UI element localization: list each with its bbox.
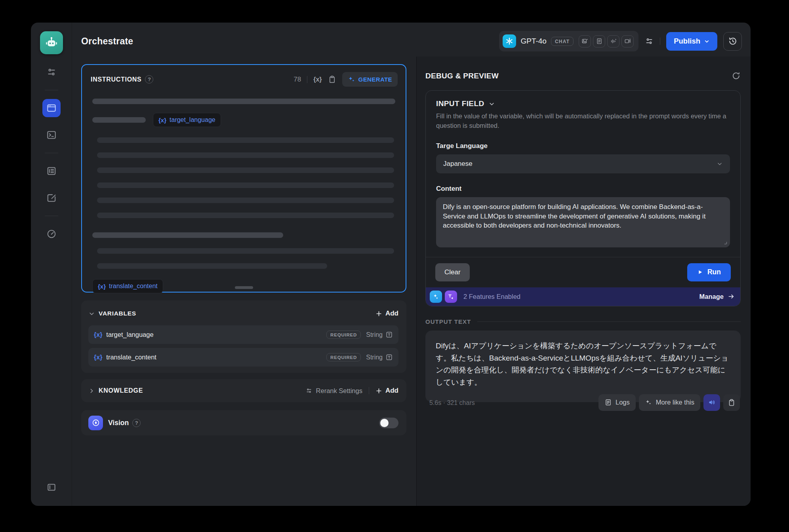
vision-panel: Vision ? (81, 410, 406, 435)
variable-chip-translate-content[interactable]: {x} translate_content (92, 279, 163, 293)
skeleton-line (97, 198, 394, 203)
variable-name: target_language (106, 331, 153, 338)
orchestrate-pane: INSTRUCTIONS ? 78 {x} (72, 57, 416, 506)
vision-icon (88, 416, 103, 430)
chevron-down-icon[interactable] (88, 310, 95, 317)
openai-logo (503, 34, 516, 48)
debug-preview-pane: DEBUG & PREVIEW INPUT FIELD (416, 57, 751, 506)
history-icon[interactable] (723, 32, 742, 51)
rail-divider (45, 153, 58, 153)
string-type-icon[interactable] (385, 353, 393, 361)
content-label: Content (436, 185, 730, 193)
left-nav-rail (31, 23, 72, 506)
play-icon (697, 269, 703, 275)
variable-type: String (366, 331, 383, 338)
add-knowledge-button[interactable]: Add (375, 387, 398, 395)
clear-button[interactable]: Clear (435, 263, 470, 281)
run-button[interactable]: Run (687, 263, 731, 281)
required-badge: REQUIRED (326, 331, 361, 339)
orchestrate-window-icon (46, 103, 57, 113)
resize-corner-icon[interactable] (722, 240, 727, 245)
input-field-collapse[interactable]: INPUT FIELD (436, 99, 730, 108)
sidebar-item-annotations[interactable] (42, 189, 61, 207)
refresh-icon[interactable] (732, 71, 741, 80)
model-name: GPT-4o (520, 37, 546, 46)
topbar-divider (660, 38, 660, 45)
variable-token: {x} (94, 354, 102, 361)
logs-icon (604, 399, 612, 406)
input-field-card: INPUT FIELD Fill in the value of the var… (425, 90, 741, 306)
variable-token: {x} (94, 331, 102, 338)
plus-icon (375, 388, 382, 394)
tools-divider (307, 76, 307, 83)
rerank-settings-button[interactable]: Rerank Settings (305, 387, 362, 395)
speaker-icon (708, 398, 716, 407)
model-selector[interactable]: GPT-4o CHAT (499, 31, 638, 51)
help-icon[interactable]: ? (145, 75, 153, 84)
variable-row[interactable]: {x} target_language REQUIRED String (88, 325, 398, 344)
logs-button[interactable]: Logs (598, 394, 636, 411)
target-language-value: Japanese (443, 160, 473, 168)
app-logo-robot[interactable] (40, 31, 63, 54)
instructions-editor[interactable]: {x} target_language (82, 91, 406, 301)
instructions-panel[interactable]: INSTRUCTIONS ? 78 {x} (81, 64, 406, 293)
vision-toggle[interactable] (379, 418, 398, 428)
chevron-right-icon[interactable] (88, 388, 95, 394)
copy-output-button[interactable] (723, 394, 740, 411)
sparkles-icon (348, 76, 355, 83)
target-language-label: Targe Language (436, 142, 730, 150)
plus-icon (375, 310, 382, 317)
audio-capability-icon (607, 35, 619, 48)
vision-title: Vision (108, 419, 129, 427)
features-enabled-text: 2 Features Enabled (463, 293, 520, 300)
app-window: Orchestrate (31, 23, 751, 506)
insert-variable-icon[interactable]: {x} (313, 76, 322, 83)
skeleton-line (97, 152, 394, 158)
sparkles-icon (645, 399, 652, 406)
output-rule (477, 321, 741, 322)
sidebar-item-orchestrate[interactable] (42, 99, 61, 117)
variable-chip-target-language[interactable]: {x} target_language (153, 113, 221, 127)
help-icon[interactable]: ? (132, 419, 141, 427)
sidebar-item-terminal[interactable] (42, 126, 61, 144)
sidebar-item-monitoring[interactable] (42, 225, 61, 243)
chat-mode-badge: CHAT (551, 37, 574, 46)
target-language-select[interactable]: Japanese (436, 154, 730, 173)
skeleton-line (92, 117, 146, 123)
variable-row[interactable]: {x} translate_content REQUIRED String (88, 348, 398, 367)
output-text-card: Difyは、AIアプリケーションを構築するためのオープンソースプラットフォームで… (425, 331, 741, 402)
more-like-this-button[interactable]: More like this (639, 394, 700, 411)
generate-label: GENERATE (358, 76, 392, 83)
instructions-title: INSTRUCTIONS (91, 76, 141, 83)
document-capability-icon (593, 35, 605, 48)
variables-title: VARIABLES (99, 310, 136, 317)
speaker-button[interactable] (703, 394, 720, 411)
add-variable-button[interactable]: Add (375, 310, 398, 317)
publish-label: Publish (674, 37, 700, 46)
rail-divider (45, 216, 58, 216)
collapse-sidebar-icon[interactable] (42, 478, 61, 496)
rail-divider (45, 90, 58, 90)
resize-handle[interactable] (235, 286, 253, 289)
sidebar-item-logs[interactable] (42, 162, 61, 180)
variable-type: String (366, 354, 383, 361)
params-icon[interactable] (644, 36, 654, 46)
manage-features-button[interactable]: Manage (699, 293, 735, 300)
variable-token: {x} (98, 283, 106, 290)
generate-button[interactable]: GENERATE (342, 72, 398, 87)
skeleton-line (97, 213, 394, 218)
content-textarea[interactable]: Dify is an open-source platform for buil… (436, 197, 730, 247)
string-type-icon[interactable] (385, 331, 393, 338)
arrow-right-icon (728, 293, 735, 300)
terminal-icon (46, 130, 57, 140)
run-toolbar: Clear Run (426, 257, 740, 287)
clipboard-icon (728, 399, 736, 407)
copy-clipboard-icon[interactable] (328, 75, 336, 84)
logs-document-icon (46, 166, 57, 176)
input-field-description: Fill in the value of the variable, which… (436, 112, 730, 131)
publish-button[interactable]: Publish (666, 32, 717, 51)
settings-sliders-icon[interactable] (42, 63, 61, 81)
variable-token: {x} (158, 117, 166, 124)
skeleton-line (97, 248, 394, 254)
skeleton-line (97, 182, 394, 188)
